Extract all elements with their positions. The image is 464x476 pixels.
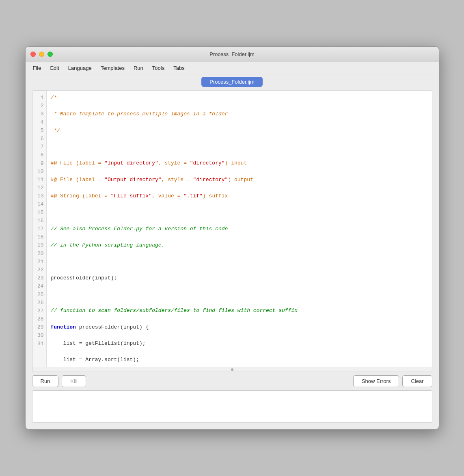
run-button[interactable]: Run [32, 375, 59, 387]
minimize-button[interactable] [39, 52, 44, 57]
main-window: Process_Folder.ijm File Edit Language Te… [25, 46, 439, 430]
menu-templates[interactable]: Templates [97, 64, 129, 72]
code-editor[interactable]: 12345 678910 1112131415 1617181920 21222… [32, 91, 432, 367]
menu-language[interactable]: Language [64, 64, 96, 72]
traffic-lights [30, 52, 53, 57]
clear-button[interactable]: Clear [402, 375, 432, 387]
maximize-button[interactable] [47, 52, 53, 57]
menu-file[interactable]: File [29, 64, 45, 72]
active-tab[interactable]: Process_Folder.ijm [201, 77, 263, 87]
show-errors-button[interactable]: Show Errors [353, 375, 399, 387]
output-area[interactable] [32, 390, 432, 423]
close-button[interactable] [30, 52, 36, 57]
menu-tabs[interactable]: Tabs [169, 64, 188, 72]
menu-tools[interactable]: Tools [148, 64, 168, 72]
menu-run[interactable]: Run [129, 64, 147, 72]
scrollbar-thumb [231, 368, 233, 371]
horizontal-scrollbar[interactable] [32, 367, 432, 372]
titlebar: Process_Folder.ijm [26, 47, 439, 62]
menubar: File Edit Language Templates Run Tools T… [26, 62, 439, 74]
code-text[interactable]: /* * Macro template to process multiple … [47, 91, 432, 367]
window-title: Process_Folder.ijm [209, 51, 255, 57]
kill-button[interactable]: Kill [62, 375, 86, 387]
bottom-toolbar: Run Kill Show Errors Clear [26, 372, 439, 390]
editor-container: 12345 678910 1112131415 1617181920 21222… [32, 90, 432, 372]
menu-edit[interactable]: Edit [46, 64, 63, 72]
tab-bar: Process_Folder.ijm [26, 74, 439, 90]
line-numbers: 12345 678910 1112131415 1617181920 21222… [32, 91, 47, 367]
